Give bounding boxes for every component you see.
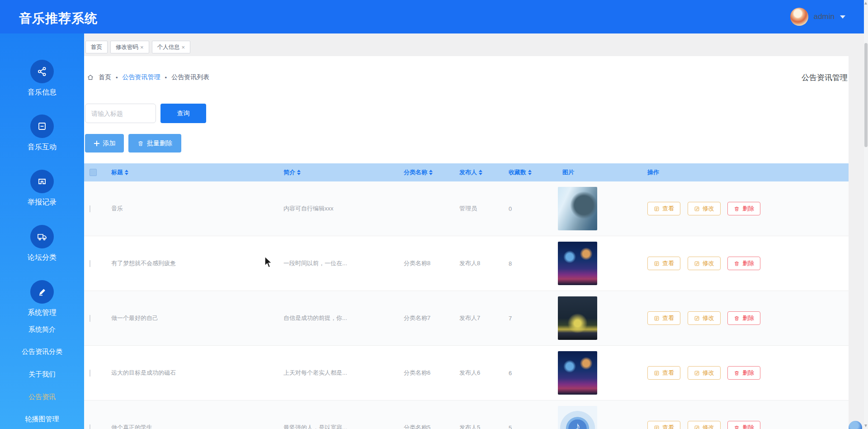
tab-home[interactable]: 首页: [85, 41, 108, 53]
row-checkbox[interactable]: [90, 424, 90, 429]
document-icon: [654, 370, 660, 376]
sidebar-item-system-manage[interactable]: 系统管理: [0, 280, 84, 318]
sidebar: 音乐信息 音乐互动 举报记录 论坛分类 系统管理 系统简介 公: [0, 33, 84, 429]
table-row: 做一个最好的自己 自信是成功的前提，你... 分类名称7 发布人7 7 查看 修…: [84, 291, 849, 346]
document-icon: [654, 315, 660, 321]
view-button[interactable]: 查看: [647, 257, 680, 270]
main-content: 首页 修改密码 × 个人信息 × 首页 • 公告资讯管理 • 公告资讯列表 公告…: [84, 33, 864, 429]
sidebar-item-report-records[interactable]: 举报记录: [0, 170, 84, 207]
row-checkbox[interactable]: [90, 260, 90, 267]
document-icon: [654, 206, 660, 212]
concert-stage-image[interactable]: [558, 242, 597, 285]
music-note-image[interactable]: [558, 406, 597, 429]
edit-icon: [30, 280, 54, 304]
delete-button[interactable]: 删除: [727, 366, 760, 380]
stage-lights-image[interactable]: [558, 296, 597, 340]
query-button[interactable]: 查询: [160, 104, 206, 123]
sidebar-item-announcement-category[interactable]: 公告资讯分类: [0, 348, 84, 356]
sidebar-item-system-intro[interactable]: 系统简介: [0, 325, 84, 334]
row-checkbox[interactable]: [90, 205, 90, 212]
panel-icon: [30, 114, 54, 138]
col-title[interactable]: 标题: [106, 168, 278, 176]
cell-favorites: 0: [503, 205, 557, 212]
scroll-up-icon[interactable]: [864, 2, 867, 5]
chevron-down-icon[interactable]: [840, 15, 845, 19]
sidebar-item-label: 音乐互动: [0, 143, 84, 152]
delete-button[interactable]: 删除: [727, 202, 760, 215]
row-checkbox[interactable]: [90, 370, 90, 377]
delete-button[interactable]: 删除: [727, 311, 760, 325]
trash-icon: [734, 425, 740, 429]
concert-stage-image[interactable]: [558, 351, 597, 395]
vertical-scrollbar[interactable]: [864, 0, 868, 429]
table-row: 远大的目标是成功的磁石 上天对每个老实人都是... 分类名称6 发布人6 6 查…: [84, 346, 849, 400]
sidebar-item-music-interact[interactable]: 音乐互动: [0, 114, 84, 152]
cell-title: 音乐: [106, 205, 278, 213]
cell-category: 分类名称5: [398, 424, 454, 429]
sort-icon[interactable]: [297, 170, 301, 175]
plus-icon: [94, 140, 100, 147]
trash-icon: [734, 206, 740, 212]
edit-button[interactable]: 修改: [688, 202, 721, 215]
cell-publisher: 发布人5: [454, 424, 503, 429]
trash-icon: [734, 315, 740, 321]
breadcrumb: 首页 • 公告资讯管理 • 公告资讯列表: [87, 73, 209, 81]
close-icon[interactable]: ×: [140, 44, 144, 51]
search-input[interactable]: [85, 104, 156, 123]
trash-icon: [137, 140, 144, 147]
scrollbar-thumb[interactable]: [864, 43, 868, 147]
batch-delete-button[interactable]: 批量删除: [128, 134, 181, 153]
sidebar-item-forum-category[interactable]: 论坛分类: [0, 225, 84, 262]
view-button[interactable]: 查看: [647, 366, 680, 380]
sidebar-item-about-us[interactable]: 关于我们: [0, 370, 84, 379]
col-intro[interactable]: 简介: [278, 168, 398, 176]
pencil-square-icon: [694, 206, 700, 212]
sort-icon[interactable]: [125, 170, 128, 175]
edit-button[interactable]: 修改: [688, 257, 721, 270]
view-button[interactable]: 查看: [647, 421, 680, 429]
sidebar-item-announcement[interactable]: 公告资讯: [0, 393, 84, 401]
add-button[interactable]: 添加: [85, 134, 124, 153]
sidebar-item-label: 系统管理: [0, 308, 84, 318]
view-button[interactable]: 查看: [647, 202, 680, 215]
sort-icon[interactable]: [528, 170, 532, 175]
sidebar-item-label: 音乐信息: [0, 88, 84, 97]
breadcrumb-announcement-manage[interactable]: 公告资讯管理: [123, 73, 160, 81]
view-button[interactable]: 查看: [647, 311, 680, 325]
sort-icon[interactable]: [429, 170, 433, 175]
app-header: 音乐推荐系统 admin: [0, 0, 868, 33]
col-favorites[interactable]: 收藏数: [503, 168, 557, 176]
sort-icon[interactable]: [479, 170, 482, 175]
cell-publisher: 发布人8: [454, 259, 503, 267]
edit-button[interactable]: 修改: [688, 421, 721, 429]
cell-favorites: 8: [503, 260, 557, 267]
delete-button[interactable]: 删除: [727, 421, 760, 429]
trash-icon: [734, 370, 740, 376]
breadcrumb-home[interactable]: 首页: [99, 73, 111, 81]
col-category[interactable]: 分类名称: [398, 168, 454, 176]
delete-button[interactable]: 删除: [727, 257, 760, 270]
edit-button[interactable]: 修改: [688, 366, 721, 380]
user-avatar[interactable]: [790, 8, 808, 26]
edit-button[interactable]: 修改: [688, 311, 721, 325]
scroll-down-icon[interactable]: [864, 424, 867, 427]
select-all-checkbox[interactable]: [90, 169, 97, 176]
cell-title: 做一个最好的自己: [106, 314, 278, 322]
breadcrumb-announcement-list[interactable]: 公告资讯列表: [171, 73, 209, 81]
home-icon: [87, 74, 94, 81]
content-panel: 首页 • 公告资讯管理 • 公告资讯列表 公告资讯管理 查询 添加 批量删除 标…: [84, 56, 849, 429]
close-icon[interactable]: ×: [182, 44, 185, 51]
row-checkbox[interactable]: [90, 315, 90, 322]
report-icon: [30, 170, 54, 193]
tab-personal-info[interactable]: 个人信息 ×: [152, 41, 191, 53]
sidebar-item-carousel-manage[interactable]: 轮播图管理: [0, 415, 84, 424]
singer-cover-image[interactable]: [558, 187, 597, 230]
tab-change-password[interactable]: 修改密码 ×: [110, 41, 149, 53]
page-title: 公告资讯管理: [802, 72, 848, 83]
pencil-square-icon: [694, 315, 700, 321]
sidebar-item-music-info[interactable]: 音乐信息: [0, 60, 84, 97]
table-row: 有了梦想就不会感到疲惫 一段时间以前，一位在... 分类名称8 发布人8 8 查…: [84, 236, 849, 291]
col-publisher[interactable]: 发布人: [454, 168, 503, 176]
cell-publisher: 发布人7: [454, 314, 503, 322]
user-menu[interactable]: admin: [790, 8, 845, 26]
